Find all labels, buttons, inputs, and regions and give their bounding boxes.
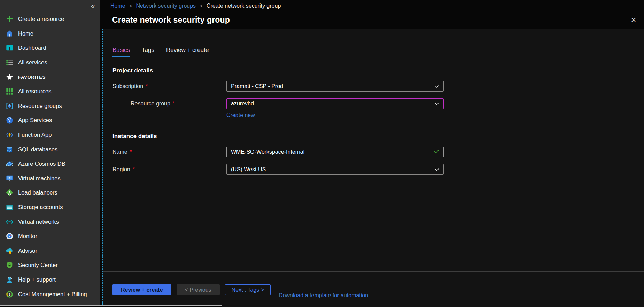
svg-text:$: $ [9, 292, 10, 296]
sidebar-item-help-support[interactable]: Help + support [0, 273, 100, 287]
monitor-icon [6, 232, 14, 240]
required-asterisk: * [146, 83, 148, 89]
load-balancer-icon [6, 189, 14, 197]
function-app-icon [6, 131, 14, 139]
sidebar-collapse-button[interactable]: « [91, 2, 95, 10]
sidebar-item-label: App Services [18, 117, 52, 124]
security-center-icon [6, 261, 14, 269]
tab-bar: Basics Tags Review + create [112, 47, 630, 57]
dashboard-icon [6, 44, 14, 52]
download-template-link[interactable]: Download a template for automation [279, 292, 368, 299]
chevron-down-icon [434, 166, 439, 173]
sidebar-item-label: Create a resource [18, 16, 64, 22]
name-input-wrapper [226, 147, 444, 157]
virtual-machine-icon [6, 174, 14, 182]
main-area: Home > Network security groups > Create … [100, 0, 644, 307]
resource-groups-icon [6, 102, 14, 110]
svg-text:SQL: SQL [7, 149, 12, 151]
grid-icon [6, 87, 14, 95]
virtual-network-icon [6, 218, 14, 226]
sidebar-item-label: Function App [18, 132, 52, 138]
list-icon [6, 58, 14, 66]
sidebar-item-storage-accounts[interactable]: Storage accounts [0, 200, 100, 215]
sidebar-item-label: Azure Cosmos DB [18, 160, 65, 167]
sidebar-item-label: SQL databases [18, 146, 57, 153]
sidebar-item-sql-databases[interactable]: SQL SQL databases [0, 142, 100, 157]
tab-tags[interactable]: Tags [142, 47, 154, 57]
footer-action-bar: Review + create < Previous Next : Tags >… [103, 271, 644, 307]
sidebar-item-create-a-resource[interactable]: Create a resource [0, 12, 100, 26]
required-asterisk: * [130, 149, 132, 155]
storage-account-icon [6, 203, 14, 211]
sidebar-item-home[interactable]: Home [0, 26, 100, 41]
sidebar-item-app-services[interactable]: App Services [0, 113, 100, 128]
sidebar-item-cost-management-billing[interactable]: $ Cost Management + Billing [0, 287, 100, 301]
create-new-link[interactable]: Create new [226, 112, 255, 118]
cosmos-db-icon [6, 160, 14, 168]
home-icon [6, 30, 14, 38]
sidebar-item-dashboard[interactable]: Dashboard [0, 41, 100, 55]
sidebar-item-function-app[interactable]: Function App [0, 128, 100, 142]
sidebar-item-label: Monitor [18, 233, 37, 239]
resource-group-select[interactable]: azurevhd [226, 98, 444, 109]
plus-icon [6, 15, 14, 23]
project-details-heading: Project details [112, 67, 630, 74]
advisor-icon [6, 247, 14, 255]
review-create-button[interactable]: Review + create [112, 284, 171, 295]
required-asterisk: * [133, 166, 135, 173]
name-input[interactable] [231, 149, 434, 155]
sidebar-item-virtual-machines[interactable]: Virtual machines [0, 171, 100, 186]
sidebar-item-resource-groups[interactable]: Resource groups [0, 99, 100, 113]
sidebar-item-label: Help + support [18, 276, 56, 283]
breadcrumb-network-security-groups-link[interactable]: Network security groups [136, 3, 196, 9]
region-label: Region * [112, 166, 226, 173]
sidebar-item-security-center[interactable]: Security Center [0, 258, 100, 273]
region-row: Region * (US) West US [112, 164, 630, 175]
azure-portal-window: « Create a resource Home Dashboard All s… [0, 0, 644, 307]
hierarchy-connector-line [115, 93, 128, 104]
sidebar-item-azure-cosmos-db[interactable]: Azure Cosmos DB [0, 157, 100, 171]
sidebar-item-all-resources[interactable]: All resources [0, 84, 100, 99]
close-icon[interactable]: ✕ [631, 16, 636, 24]
sidebar-item-advisor[interactable]: Advisor [0, 244, 100, 258]
form-body: Basics Tags Review + create Project deta… [103, 29, 644, 175]
window-bottom-edge [0, 305, 222, 307]
page-header: Create network security group ✕ [100, 11, 644, 29]
subscription-select[interactable]: Pramati - CSP - Prod [226, 81, 444, 92]
region-select[interactable]: (US) West US [226, 164, 444, 175]
blade-content: Basics Tags Review + create Project deta… [102, 29, 644, 307]
sidebar-item-monitor[interactable]: Monitor [0, 229, 100, 244]
cost-management-icon: $ [6, 290, 14, 298]
sidebar-item-all-services[interactable]: All services [0, 55, 100, 70]
breadcrumb-separator-icon: > [200, 3, 203, 9]
sidebar-item-label: Dashboard [18, 45, 46, 51]
sidebar-item-label: Advisor [18, 247, 37, 254]
region-value: (US) West US [231, 166, 434, 173]
valid-check-icon [434, 149, 439, 155]
tab-review-create[interactable]: Review + create [166, 47, 209, 57]
sidebar-item-label: Security Center [18, 262, 58, 268]
name-label: Name * [112, 149, 226, 155]
sidebar-favorites-heading: FAVORITES [0, 70, 100, 84]
content-spacer [103, 175, 644, 271]
name-row: Name * [112, 147, 630, 157]
breadcrumb-home-link[interactable]: Home [110, 3, 125, 9]
favorites-label: FAVORITES [18, 74, 46, 80]
sidebar-item-label: All resources [18, 88, 51, 95]
help-support-icon [6, 276, 14, 284]
next-tags-button[interactable]: Next : Tags > [225, 284, 271, 295]
sidebar-item-label: Home [18, 30, 33, 37]
resource-group-row: Resource group * azurevhd [112, 98, 630, 109]
required-asterisk: * [173, 101, 175, 107]
star-icon [6, 73, 14, 81]
subscription-label: Subscription * [112, 83, 226, 89]
breadcrumb-current-page: Create network security group [207, 3, 281, 9]
breadcrumb-separator-icon: > [129, 3, 132, 9]
resource-group-label: Resource group * [112, 101, 226, 107]
page-title: Create network security group [112, 15, 230, 25]
sidebar-item-label: Virtual networks [18, 219, 59, 225]
tab-basics[interactable]: Basics [112, 47, 130, 57]
sidebar-item-virtual-networks[interactable]: Virtual networks [0, 214, 100, 229]
previous-button[interactable]: < Previous [177, 284, 220, 295]
sidebar-item-load-balancers[interactable]: Load balancers [0, 186, 100, 200]
